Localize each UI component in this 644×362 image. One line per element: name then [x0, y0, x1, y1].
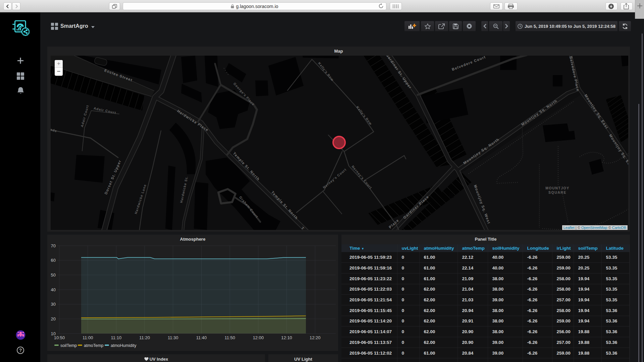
- svg-text:40: 40: [51, 287, 56, 292]
- svg-text:30: 30: [51, 302, 56, 307]
- svg-text:11:20: 11:20: [139, 335, 150, 340]
- svg-text:10:50: 10:50: [54, 335, 65, 340]
- svg-text:12:20: 12:20: [310, 335, 321, 340]
- svg-text:soilTemp: soilTemp: [60, 343, 77, 348]
- svg-text:11:50: 11:50: [224, 335, 235, 340]
- svg-text:atmoHumidity: atmoHumidity: [111, 343, 137, 348]
- svg-text:atmoTemp: atmoTemp: [84, 343, 103, 348]
- svg-text:11:40: 11:40: [196, 335, 207, 340]
- svg-text:SQUARE: SQUARE: [548, 190, 567, 194]
- svg-text:60: 60: [51, 258, 56, 263]
- svg-text:11:30: 11:30: [168, 335, 178, 340]
- svg-text:12:10: 12:10: [281, 335, 292, 340]
- svg-text:11:10: 11:10: [111, 335, 122, 340]
- svg-text:20: 20: [51, 316, 56, 321]
- svg-text:11:00: 11:00: [83, 335, 93, 340]
- svg-text:MOUNTJOY: MOUNTJOY: [545, 186, 570, 190]
- svg-text:12:00: 12:00: [253, 335, 264, 340]
- svg-text:50: 50: [51, 273, 56, 278]
- svg-text:70: 70: [51, 243, 56, 248]
